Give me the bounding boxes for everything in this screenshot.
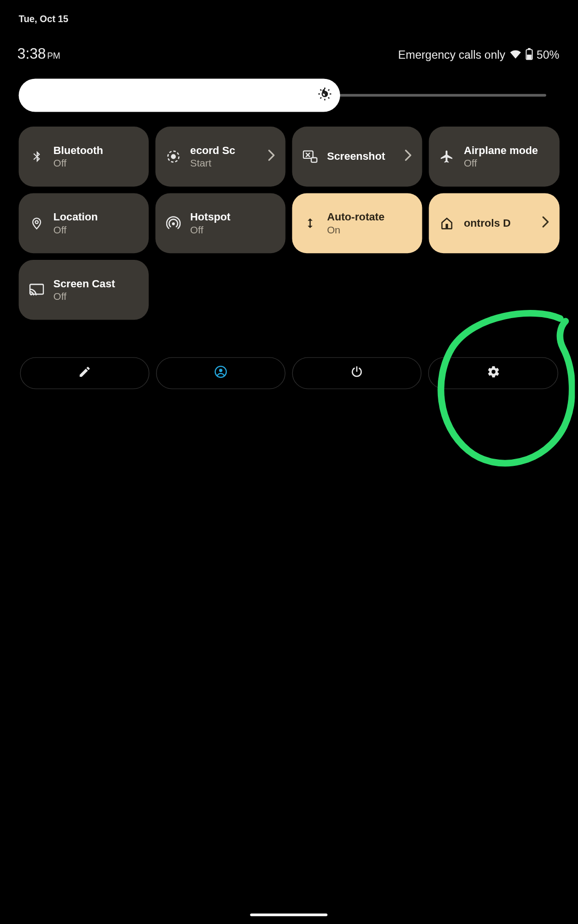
screenshot-icon	[303, 149, 317, 164]
tile-labels: Screenshot	[327, 150, 394, 163]
tile-labels: Auto-rotateOn	[327, 211, 413, 235]
battery-percent: 50%	[537, 49, 559, 62]
tile-screenshot[interactable]: Screenshot	[292, 127, 422, 187]
svg-rect-15	[312, 158, 317, 162]
svg-rect-0	[527, 48, 530, 49]
pencil-icon	[78, 365, 92, 381]
power-icon	[350, 365, 364, 381]
cast-icon	[29, 282, 44, 297]
brightness-slider[interactable]	[19, 78, 546, 112]
tile-labels: Screen CastOff	[53, 278, 140, 302]
tile-labels: ontrols D	[464, 217, 531, 230]
tile-record[interactable]: ecord ScStart	[156, 127, 286, 187]
bluetooth-icon	[29, 149, 44, 164]
tile-title: Hotspot	[190, 211, 276, 224]
tile-labels: ecord ScStart	[190, 144, 258, 169]
tile-title: Auto-rotate	[327, 211, 413, 224]
svg-line-10	[320, 97, 321, 98]
emergency-label: Emergency calls only	[398, 49, 505, 62]
clock: 3:38PM	[17, 45, 60, 63]
tile-title: ecord Sc	[190, 144, 258, 157]
brightness-thumb[interactable]	[19, 78, 341, 112]
tile-subtitle: Start	[190, 157, 258, 169]
tile-subtitle: Off	[190, 224, 276, 236]
time-ampm: PM	[47, 51, 60, 61]
quick-settings-tiles: BluetoothOffecord ScStartScreenshotAirpl…	[19, 127, 559, 320]
tile-bluetooth[interactable]: BluetoothOff	[19, 127, 149, 187]
airplane-icon	[440, 149, 454, 164]
tile-subtitle: Off	[53, 157, 140, 169]
user-switch-button[interactable]	[156, 357, 286, 389]
svg-rect-2	[526, 54, 531, 59]
tile-airplane[interactable]: Airplane modeOff	[429, 127, 559, 187]
tile-homecontrols[interactable]: ontrols D	[429, 193, 559, 254]
tile-screencast[interactable]: Screen CastOff	[19, 260, 149, 320]
svg-point-21	[219, 369, 223, 372]
svg-line-11	[328, 90, 329, 90]
date-label: Tue, Oct 15	[19, 13, 68, 24]
tile-title: Airplane mode	[464, 144, 550, 157]
tile-title: Screenshot	[327, 150, 394, 163]
tile-labels: Airplane modeOff	[464, 144, 550, 169]
tile-location[interactable]: LocationOff	[19, 193, 149, 254]
time-value: 3:38	[17, 45, 46, 62]
brightness-icon	[317, 87, 332, 104]
edit-button[interactable]	[20, 357, 150, 389]
tile-title: Location	[53, 211, 140, 224]
gear-icon	[486, 365, 500, 381]
nav-gesture-bar[interactable]	[250, 913, 328, 916]
screen-record-icon	[166, 149, 181, 164]
user-icon	[214, 365, 228, 381]
tile-subtitle: Off	[53, 290, 140, 302]
power-button[interactable]	[292, 357, 422, 389]
tile-title: Screen Cast	[53, 278, 140, 291]
tile-labels: BluetoothOff	[53, 144, 140, 169]
svg-point-16	[35, 221, 38, 224]
location-pin-icon	[29, 216, 44, 231]
status-right: Emergency calls only 50%	[398, 48, 560, 63]
tile-title: Bluetooth	[53, 144, 140, 157]
svg-line-9	[328, 97, 329, 98]
battery-icon	[525, 48, 533, 63]
tile-autorotate[interactable]: Auto-rotateOn	[292, 193, 422, 254]
home-icon	[440, 216, 454, 231]
svg-line-8	[320, 90, 321, 90]
chevron-right-icon	[404, 149, 413, 164]
wifi-icon	[509, 49, 521, 62]
status-bar: 3:38PM Emergency calls only 50%	[17, 45, 559, 63]
auto-rotate-icon	[303, 216, 317, 231]
tile-subtitle: Off	[464, 157, 550, 169]
svg-rect-18	[446, 224, 448, 228]
svg-point-17	[172, 222, 175, 225]
tile-hotspot[interactable]: HotspotOff	[156, 193, 286, 254]
tile-title: ontrols D	[464, 217, 531, 230]
tile-subtitle: Off	[53, 224, 140, 236]
settings-button[interactable]	[429, 357, 558, 389]
tile-labels: HotspotOff	[190, 211, 276, 235]
chevron-right-icon	[540, 216, 550, 231]
tile-subtitle: On	[327, 224, 413, 236]
svg-point-12	[171, 154, 176, 159]
annotation-circle	[434, 308, 575, 473]
tile-labels: LocationOff	[53, 211, 140, 235]
quick-settings-footer	[20, 357, 558, 389]
hotspot-icon	[166, 216, 181, 231]
chevron-right-icon	[267, 149, 276, 164]
